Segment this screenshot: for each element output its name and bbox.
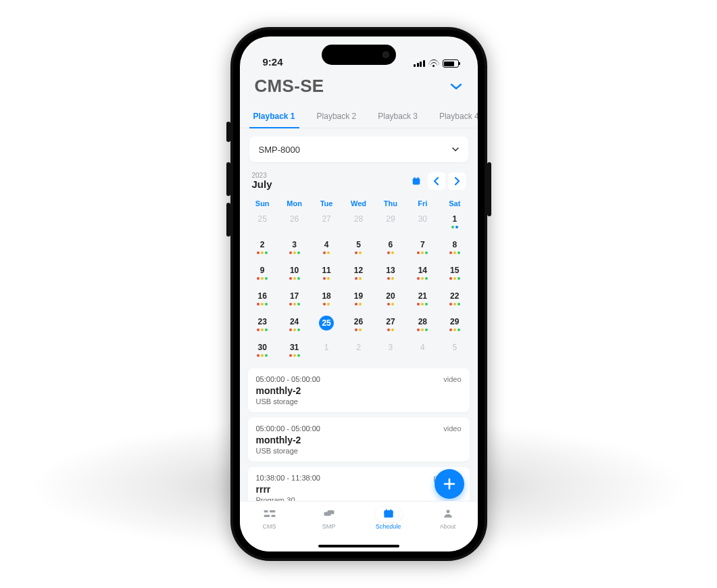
header-dropdown-button[interactable] [449,82,463,91]
about-icon [435,507,462,522]
svg-rect-0 [412,178,420,185]
calendar-dow: Wed [343,195,374,209]
calendar-day[interactable]: 5 [343,236,374,260]
calendar-day[interactable]: 19 [343,287,374,312]
event-type: video [443,375,461,383]
calendar-day[interactable]: 15 [439,262,470,286]
calendar-today-button[interactable] [407,172,425,190]
calendar-day[interactable]: 3 [278,236,310,260]
calendar-day: 1 [310,339,342,363]
event-subtitle: USB storage [256,447,462,455]
calendar-day[interactable]: 12 [343,262,374,286]
calendar-day[interactable]: 11 [310,262,342,286]
calendar-day[interactable]: 31 [278,339,310,363]
calendar-day[interactable]: 14 [407,262,439,286]
device-select-value: SMP-8000 [259,145,300,155]
calendar-day[interactable]: 9 [247,262,278,286]
calendar-day[interactable]: 26 [343,313,374,337]
calendar-day[interactable]: 30 [247,339,278,363]
svg-rect-14 [385,509,387,511]
nav-smp-label: SMP [322,523,336,530]
calendar-dow: Mon [278,195,310,209]
signal-icon [414,60,425,67]
wifi-icon [428,59,439,68]
calendar-day[interactable]: 23 [247,313,278,337]
app-title: CMS-SE [255,76,324,97]
schedule-icon [375,507,402,522]
calendar-dow: Fri [407,195,439,209]
nav-cms-label: CMS [263,523,276,530]
svg-rect-13 [384,512,393,514]
calendar-day: 2 [343,339,374,363]
calendar-day: 5 [439,339,470,363]
event-time: 10:38:00 - 11:38:00 [256,474,462,482]
add-button[interactable] [435,469,464,499]
calendar-day[interactable]: 29 [439,313,470,337]
playback-tabs: Playback 1 Playback 2 Playback 3 Playbac… [240,105,478,128]
cms-icon [256,507,283,522]
calendar-prev-button[interactable] [428,172,445,190]
calendar-day[interactable]: 28 [407,313,439,337]
calendar-dow: Sun [247,195,278,209]
device-select[interactable]: SMP-8000 [249,137,468,162]
event-time: 05:00:00 - 05:00:00 [256,424,462,433]
event-type: video [443,424,461,433]
calendar-day[interactable]: 18 [310,287,342,312]
calendar-day[interactable]: 10 [278,262,310,286]
tab-playback-3[interactable]: Playback 3 [376,105,419,128]
nav-about-label: About [440,523,456,530]
event-title: rrrr [256,484,462,495]
event-title: monthly-2 [256,435,462,445]
calendar-dow: Tue [310,195,342,209]
calendar-grid: SunMonTueWedThuFriSat2526272829301234567… [240,191,478,366]
event-subtitle: Program-30 [256,496,462,501]
svg-point-16 [446,510,449,513]
nav-schedule-label: Schedule [376,523,401,530]
calendar-day[interactable]: 1 [439,210,470,235]
nav-cms[interactable]: CMS [249,507,290,530]
svg-rect-12 [384,510,393,518]
event-card[interactable]: 05:00:00 - 05:00:00videomonthly-2USB sto… [248,368,470,412]
calendar-day[interactable]: 7 [407,236,439,260]
calendar-day: 27 [310,210,342,235]
nav-smp[interactable]: SMP [309,507,349,530]
calendar-next-button[interactable] [448,172,466,190]
svg-rect-2 [417,177,418,179]
smp-icon [316,507,343,522]
calendar-day[interactable]: 22 [439,287,470,312]
calendar-day[interactable]: 17 [278,287,310,312]
calendar-day[interactable]: 21 [407,287,439,312]
calendar-day[interactable]: 2 [247,236,278,260]
bottom-tabbar: CMS SMP Schedule About [240,501,478,552]
status-time: 9:24 [263,56,283,68]
calendar-day[interactable]: 25 [310,313,342,337]
calendar-day: 28 [343,210,374,235]
calendar-month: July [252,178,272,190]
nav-about[interactable]: About [428,507,468,530]
calendar-day: 4 [407,339,439,363]
svg-rect-8 [264,515,269,517]
calendar-day[interactable]: 8 [439,236,470,260]
battery-icon [443,59,459,68]
calendar-day: 26 [278,210,310,235]
calendar-day[interactable]: 16 [247,287,278,312]
calendar-day[interactable]: 24 [278,313,310,337]
tab-playback-2[interactable]: Playback 2 [316,105,358,128]
svg-rect-15 [390,509,391,511]
calendar-day: 25 [247,210,278,235]
calendar-day[interactable]: 27 [374,313,406,337]
svg-rect-11 [327,510,334,514]
svg-rect-7 [270,510,275,512]
calendar-day: 30 [407,210,439,235]
nav-schedule[interactable]: Schedule [368,507,409,530]
tab-playback-4[interactable]: Playback 4 [438,105,478,128]
chevron-down-icon [452,146,459,153]
event-title: monthly-2 [256,385,462,396]
tab-playback-1[interactable]: Playback 1 [252,105,297,128]
event-card[interactable]: 05:00:00 - 05:00:00videomonthly-2USB sto… [248,418,470,462]
calendar-day[interactable]: 20 [374,287,406,312]
calendar-day[interactable]: 4 [310,236,342,260]
svg-rect-1 [414,177,415,179]
calendar-day[interactable]: 13 [374,262,406,286]
calendar-day[interactable]: 6 [374,236,406,260]
